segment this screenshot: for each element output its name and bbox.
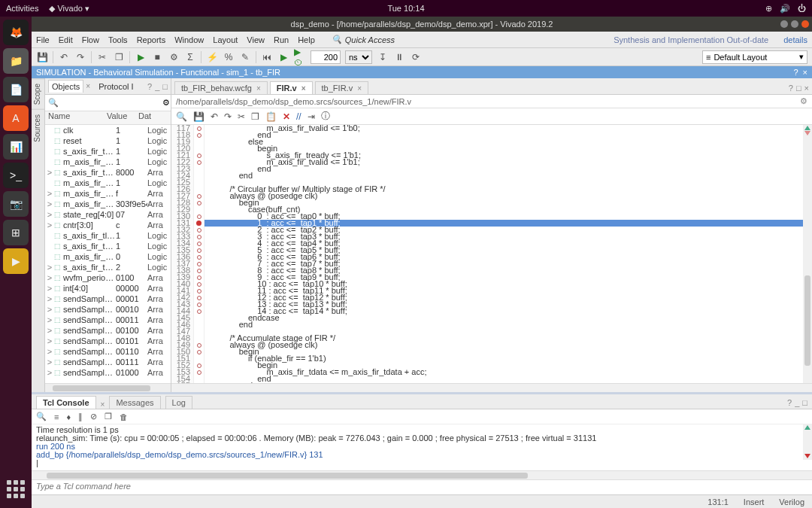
object-row[interactable]: ⬚s_axis_fir_tvalid1Logic — [45, 146, 171, 157]
object-row[interactable]: >⬚s_axis_fir_tkeep2Logic — [45, 262, 171, 272]
object-row[interactable]: >⬚sendSample6[4:0]00111Arra — [45, 357, 171, 367]
search-icon[interactable]: 🔍 — [176, 111, 187, 122]
app-icon[interactable]: 📄 — [3, 77, 29, 102]
delete-icon[interactable]: ✕ — [283, 111, 290, 122]
tab-protocol[interactable]: Protocol I — [95, 80, 137, 93]
maximize-icon[interactable] — [791, 20, 798, 28]
minimize-icon[interactable] — [780, 20, 788, 28]
object-row[interactable]: >⬚sendSample2[4:0]00011Arra — [45, 315, 171, 325]
minimize-icon[interactable]: _ — [795, 398, 799, 407]
object-row[interactable]: >⬚m_axis_fir_tdata303f9e54Arra — [45, 199, 171, 209]
time-unit-select[interactable]: ns — [345, 50, 372, 64]
run-for-icon[interactable]: ▶⏲ — [294, 51, 306, 63]
tcl-output[interactable]: Time resolution is 1 psrelaunch_sim: Tim… — [32, 424, 812, 470]
close-icon[interactable]: × — [256, 84, 261, 93]
help-icon[interactable]: ? — [787, 398, 792, 407]
sigma-icon[interactable]: Σ — [184, 51, 196, 63]
stop-icon[interactable]: ■ — [151, 51, 163, 63]
maximize-icon[interactable]: □ — [162, 82, 168, 91]
object-row[interactable]: >⬚sendSample3[4:0]00100Arra — [45, 325, 171, 336]
v-scrollbar[interactable] — [803, 424, 812, 460]
close-icon[interactable]: × — [101, 400, 105, 409]
camera-icon[interactable]: 📷 — [3, 191, 29, 217]
firefox-icon[interactable]: 🦊 — [3, 20, 29, 45]
close-icon[interactable] — [801, 20, 809, 28]
object-row[interactable]: >⬚wvfm_period[31:0]0100Arra — [45, 272, 171, 283]
object-row[interactable]: ⬚reset1Logic — [45, 135, 171, 146]
redo-icon[interactable]: ↷ — [74, 51, 86, 63]
tool-icon[interactable]: ⚡ — [206, 51, 218, 63]
redo-icon[interactable]: ↷ — [224, 111, 232, 122]
col-datatype[interactable]: Dat — [138, 111, 171, 124]
trash-icon[interactable]: 🗑 — [120, 412, 128, 421]
object-row[interactable]: >⬚sendSample4[4:0]00101Arra — [45, 336, 171, 346]
tab-tcl-console[interactable]: Tcl Console — [36, 396, 96, 409]
object-row[interactable]: >⬚s_axis_fir_tdata8000Arra — [45, 167, 171, 178]
gear-icon[interactable]: ⚙ — [800, 96, 807, 106]
close-icon[interactable]: × — [86, 82, 90, 90]
clear-icon[interactable]: ⊘ — [90, 412, 97, 421]
save-icon[interactable]: 💾 — [193, 111, 205, 122]
help-icon[interactable]: ? — [147, 82, 152, 91]
layout-select[interactable]: ≡ Default Layout ▾ — [702, 50, 807, 64]
menu-window[interactable]: Window — [174, 35, 204, 44]
object-row[interactable]: >⬚int[4:0]00000Arra — [45, 283, 171, 294]
menu-layout[interactable]: Layout — [213, 35, 238, 44]
tab-scope[interactable]: Scope — [32, 78, 44, 109]
run-icon[interactable]: ▶ — [135, 51, 147, 63]
menu-view[interactable]: View — [247, 35, 265, 44]
copy-icon[interactable]: ❐ — [105, 412, 112, 421]
breakpoint-column[interactable] — [194, 125, 205, 383]
h-scrollbar[interactable] — [32, 470, 812, 479]
cut-icon[interactable]: ✂ — [238, 111, 245, 122]
minimize-icon[interactable]: _ — [155, 82, 159, 91]
details-link[interactable]: details — [783, 35, 807, 44]
save-icon[interactable]: 💾 — [36, 51, 48, 63]
search-icon[interactable]: 🔍 — [36, 412, 47, 421]
expand-icon[interactable]: ≡ — [54, 412, 59, 421]
undo-icon[interactable]: ↶ — [58, 51, 70, 63]
app-icon[interactable]: A — [3, 105, 29, 131]
close-icon[interactable]: × — [804, 84, 809, 93]
gear-icon[interactable]: ⚙ — [162, 98, 170, 108]
menu-help[interactable]: Help — [298, 35, 315, 44]
indent-icon[interactable]: ⇥ — [308, 111, 315, 122]
tab-wcfg[interactable]: tb_FIR_behav.wcfg× — [174, 81, 268, 94]
pause-icon[interactable]: ‖ — [78, 412, 83, 421]
menu-edit[interactable]: Edit — [59, 35, 73, 44]
tab-fir[interactable]: FIR.v× — [270, 81, 313, 94]
step-icon[interactable]: ↧ — [377, 51, 389, 63]
object-row[interactable]: ⬚clk1Logic — [45, 125, 171, 135]
col-value[interactable]: Value — [107, 111, 138, 124]
tab-tbfir[interactable]: tb_FIR.v× — [315, 81, 368, 94]
menu-file[interactable]: File — [36, 35, 50, 44]
object-row[interactable]: ⬚m_axis_fir_tlast0Logic — [45, 251, 171, 262]
tcl-command-input[interactable] — [36, 482, 807, 491]
object-row[interactable]: >⬚sendSample0[4:0]00001Arra — [45, 294, 171, 304]
object-row[interactable]: >⬚state_reg[4:0]07Arra — [45, 209, 171, 220]
app-menu[interactable]: ◆ Vivado ▾ — [49, 4, 89, 14]
vivado-icon[interactable]: ▶ — [3, 248, 29, 274]
soffice-icon[interactable]: 📊 — [3, 134, 29, 160]
object-row[interactable]: >⬚sendSample1[4:0]00010Arra — [45, 304, 171, 315]
object-row[interactable]: ⬚s_axis_fir_tlast1Logic — [45, 230, 171, 241]
restart-icon[interactable]: ⏮ — [261, 51, 273, 63]
help-icon[interactable]: ? — [789, 84, 793, 93]
object-row[interactable]: >⬚sendSample5[4:0]00110Arra — [45, 346, 171, 357]
collapse-icon[interactable]: ♦ — [66, 412, 71, 421]
tool-icon[interactable]: ✎ — [239, 51, 251, 63]
comment-icon[interactable]: // — [296, 111, 301, 122]
objects-search[interactable] — [59, 99, 162, 108]
tool-icon[interactable]: % — [223, 51, 235, 63]
power-icon[interactable]: ⏻ — [798, 4, 806, 14]
info-icon[interactable]: ⓘ — [321, 110, 330, 123]
h-scrollbar[interactable] — [45, 383, 171, 392]
network-icon[interactable]: ⊕ — [765, 4, 772, 14]
close-icon[interactable]: × — [301, 84, 306, 93]
tab-log[interactable]: Log — [165, 396, 192, 409]
tab-messages[interactable]: Messages — [109, 396, 160, 409]
run-all-icon[interactable]: ▶ — [277, 51, 289, 63]
paste-icon[interactable]: 📋 — [265, 111, 277, 122]
run-time-input[interactable] — [311, 50, 341, 64]
copy-icon[interactable]: ❐ — [113, 51, 125, 63]
